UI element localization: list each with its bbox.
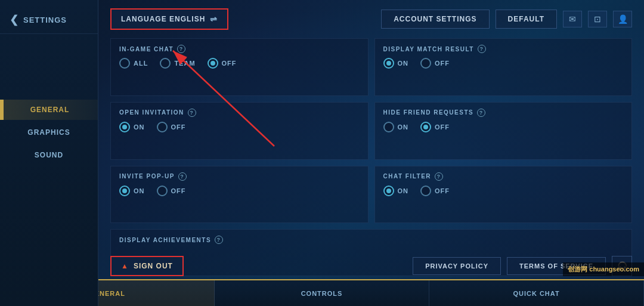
- settings-header: ❮ SETTINGS: [0, 6, 98, 34]
- radio-on-invite-popup[interactable]: ON: [119, 186, 145, 196]
- section-title-invite-popup: INVITE POP-UP ?: [119, 172, 360, 181]
- settings-title: SETTINGS: [23, 16, 67, 24]
- help-icon-display-achievements[interactable]: ?: [215, 236, 223, 244]
- help-icon-display-match[interactable]: ?: [478, 45, 486, 53]
- main-container: ❮ SETTINGS GENERAL GRAPHICS SOUND LANGUA…: [0, 0, 644, 306]
- radio-group-open-invitation: ON OFF: [119, 122, 360, 132]
- top-bar: LANGUAGE ENGLISH ⇌ ACCOUNT SETTINGS DEFA…: [110, 6, 632, 30]
- watermark: 创游网 chuangseo.com: [563, 262, 644, 276]
- friends-icon[interactable]: 👤: [613, 11, 632, 27]
- section-hide-friend-requests: HIDE FRIEND REQUESTS ? ON OFF: [374, 102, 633, 160]
- radio-circle-off-hide-friend: [420, 122, 431, 132]
- content-area: LANGUAGE ENGLISH ⇌ ACCOUNT SETTINGS DEFA…: [98, 0, 644, 306]
- privacy-policy-button[interactable]: PRIVACY POLICY: [413, 257, 501, 275]
- radio-circle-team: [160, 58, 171, 69]
- radio-group-hide-friend: ON OFF: [383, 122, 624, 132]
- radio-circle-on-display-match: [383, 58, 394, 69]
- radio-group-display-match: ON OFF: [383, 58, 624, 69]
- radio-on-display-match[interactable]: ON: [383, 58, 409, 69]
- radio-circle-all: [119, 58, 130, 69]
- help-icon-in-game-chat[interactable]: ?: [177, 45, 185, 53]
- settings-grid: IN-GAME CHAT ? ALL TEAM OFF: [110, 38, 632, 276]
- top-bar-icons: ✉ ⊡ 👤: [563, 11, 632, 27]
- radio-off-open-invitation[interactable]: OFF: [157, 122, 186, 132]
- chat-icon[interactable]: ⊡: [588, 11, 607, 27]
- language-button[interactable]: LANGUAGE ENGLISH ⇌: [110, 8, 228, 30]
- section-open-invitation: OPEN INVITATION ? ON OFF: [110, 102, 369, 160]
- radio-on-chat-filter[interactable]: ON: [383, 186, 409, 196]
- radio-group-chat-filter: ON OFF: [383, 186, 624, 196]
- radio-off-invite-popup[interactable]: OFF: [157, 186, 186, 196]
- sidebar-nav: GENERAL GRAPHICS SOUND: [0, 100, 98, 165]
- help-icon-invite-popup[interactable]: ?: [178, 172, 187, 181]
- help-icon-open-invitation[interactable]: ?: [188, 109, 196, 117]
- radio-off-display-match[interactable]: OFF: [420, 58, 450, 69]
- radio-circle-off-chat: [208, 58, 218, 69]
- radio-off-hide-friend[interactable]: OFF: [420, 122, 450, 132]
- sidebar-item-general[interactable]: GENERAL: [0, 100, 98, 120]
- radio-circle-off-display-match: [420, 58, 431, 69]
- warning-icon: ▲: [121, 262, 129, 270]
- radio-on-hide-friend[interactable]: ON: [383, 122, 409, 132]
- radio-off-chat[interactable]: OFF: [208, 58, 237, 69]
- radio-circle-on-invite-popup: [119, 186, 130, 196]
- radio-off-chat-filter[interactable]: OFF: [420, 186, 450, 196]
- section-title-hide-friend-requests: HIDE FRIEND REQUESTS ?: [383, 109, 624, 117]
- account-settings-button[interactable]: ACCOUNT SETTINGS: [381, 10, 489, 29]
- section-chat-filter: CHAT FILTER ? ON OFF: [374, 166, 633, 224]
- radio-group-invite-popup: ON OFF: [119, 186, 360, 196]
- sidebar: ❮ SETTINGS GENERAL GRAPHICS SOUND: [0, 0, 98, 306]
- help-icon-chat-filter[interactable]: ?: [435, 172, 443, 181]
- section-title-chat-filter: CHAT FILTER ?: [383, 172, 624, 181]
- radio-circle-on-hide-friend: [383, 122, 394, 132]
- section-title-display-match-result: DISPLAY MATCH RESULT ?: [383, 45, 624, 53]
- section-title-display-achievements: DISPLAY ACHIEVEMENTS ?: [119, 236, 623, 244]
- sign-out-button[interactable]: ▲ SIGN OUT: [110, 256, 184, 276]
- radio-circle-off-invite-popup: [157, 186, 168, 196]
- language-label: LANGUAGE ENGLISH: [121, 15, 205, 23]
- section-display-match-result: DISPLAY MATCH RESULT ? ON OFF: [374, 38, 633, 96]
- radio-on-open-invitation[interactable]: ON: [119, 122, 145, 132]
- section-invite-popup: INVITE POP-UP ? ON OFF: [110, 166, 369, 224]
- radio-group-in-game-chat: ALL TEAM OFF: [119, 58, 360, 69]
- radio-team[interactable]: TEAM: [160, 58, 195, 69]
- help-icon-hide-friend[interactable]: ?: [477, 109, 485, 117]
- sidebar-item-graphics[interactable]: GRAPHICS: [0, 122, 98, 143]
- default-button[interactable]: DEFAULT: [496, 10, 557, 29]
- language-icon: ⇌: [210, 14, 218, 24]
- back-icon[interactable]: ❮: [10, 13, 18, 26]
- section-in-game-chat: IN-GAME CHAT ? ALL TEAM OFF: [110, 38, 369, 96]
- radio-circle-on-open-invitation: [119, 122, 130, 132]
- radio-circle-off-chat-filter: [420, 186, 431, 196]
- section-title-in-game-chat: IN-GAME CHAT ?: [119, 45, 360, 53]
- sign-out-label: SIGN OUT: [134, 262, 173, 270]
- mail-icon[interactable]: ✉: [563, 11, 582, 27]
- radio-circle-on-chat-filter: [383, 186, 394, 196]
- sidebar-item-sound[interactable]: SOUND: [0, 145, 98, 165]
- radio-all[interactable]: ALL: [119, 58, 148, 69]
- bottom-actions: ▲ SIGN OUT PRIVACY POLICY TERMS OF SERVI…: [110, 256, 632, 276]
- radio-circle-off-open-invitation: [157, 122, 168, 132]
- section-title-open-invitation: OPEN INVITATION ?: [119, 109, 360, 117]
